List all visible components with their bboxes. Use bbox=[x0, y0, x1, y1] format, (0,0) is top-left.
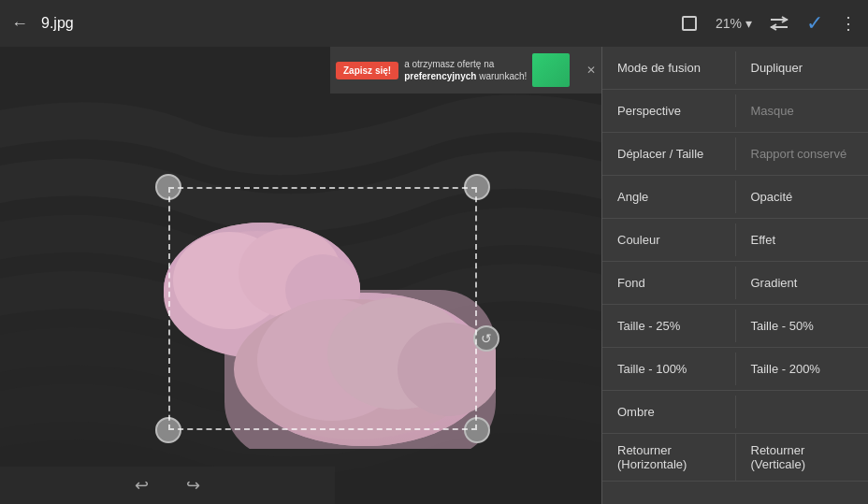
ad-image bbox=[532, 53, 570, 87]
panel-cell-left-9[interactable]: Retourner (Horizontale) bbox=[602, 434, 736, 481]
more-menu-icon[interactable]: ⋮ bbox=[840, 13, 857, 34]
zoom-value: 21% bbox=[716, 16, 742, 31]
panel-cell-left-8[interactable]: Ombre bbox=[602, 396, 736, 428]
ad-cta-button[interactable]: Zapisz się! bbox=[336, 62, 398, 79]
main-content: ↩ ↪ Zapisz się! a otrzymasz ofertę na pr… bbox=[0, 47, 868, 504]
bottom-bar: ↩ ↪ bbox=[0, 467, 335, 504]
panel-row-8: Ombre bbox=[602, 391, 868, 434]
panel-row-4: CouleurEffet bbox=[602, 219, 868, 262]
undo-button[interactable]: ↩ bbox=[135, 475, 149, 496]
ad-banner: Zapisz się! a otrzymasz ofertę na prefer… bbox=[330, 47, 601, 94]
zoom-dropdown-icon: ▾ bbox=[745, 16, 752, 31]
panel-row-9: Retourner (Horizontale)Retourner (Vertic… bbox=[602, 434, 868, 482]
panel-row-7: Taille - 100%Taille - 200% bbox=[602, 348, 868, 391]
panel-row-6: Taille - 25%Taille - 50% bbox=[602, 305, 868, 348]
panel-cell-left-3[interactable]: Angle bbox=[602, 180, 736, 213]
panel-cell-left-2[interactable]: Déplacer / Taille bbox=[602, 137, 736, 170]
svg-rect-0 bbox=[683, 17, 696, 30]
handle-rotate[interactable] bbox=[473, 325, 499, 352]
swap-icon[interactable] bbox=[769, 16, 789, 31]
panel-cell-left-4[interactable]: Couleur bbox=[602, 223, 736, 256]
panel-cell-left-1[interactable]: Perspective bbox=[602, 94, 736, 127]
panel-cell-right-7[interactable]: Taille - 200% bbox=[736, 353, 869, 385]
ad-close-button[interactable]: ✕ bbox=[586, 64, 596, 77]
panel-cell-left-5[interactable]: Fond bbox=[602, 266, 736, 299]
topbar-left: ← 9.jpg bbox=[11, 14, 669, 34]
panel-row-3: AngleOpacité bbox=[602, 176, 868, 219]
panel-cell-right-0[interactable]: Dupliquer bbox=[736, 51, 869, 84]
panel-cell-right-2[interactable]: Rapport conservé bbox=[736, 137, 869, 170]
panel-cell-right-9[interactable]: Retourner (Verticale) bbox=[736, 434, 869, 481]
confirm-button[interactable]: ✓ bbox=[806, 11, 823, 36]
panel-cell-left-7[interactable]: Taille - 100% bbox=[602, 353, 736, 385]
selection-box bbox=[168, 187, 477, 430]
panel-cell-right-3[interactable]: Opacité bbox=[736, 180, 869, 213]
panel-cell-right-8[interactable] bbox=[736, 403, 869, 422]
ad-text: a otrzymasz ofertę na preferencyjnych wa… bbox=[404, 58, 527, 82]
panel-cell-right-4[interactable]: Effet bbox=[736, 223, 869, 256]
properties-panel: Mode de fusionDupliquerPerspectiveMasque… bbox=[601, 47, 868, 504]
fullscreen-icon[interactable] bbox=[680, 14, 699, 33]
panel-cell-right-5[interactable]: Gradient bbox=[736, 266, 869, 299]
panel-row-5: FondGradient bbox=[602, 262, 868, 305]
panel-row-0: Mode de fusionDupliquer bbox=[602, 47, 868, 90]
file-title: 9.jpg bbox=[41, 15, 74, 32]
panel-cell-left-0[interactable]: Mode de fusion bbox=[602, 51, 736, 84]
panel-cell-right-1[interactable]: Masque bbox=[736, 94, 869, 127]
canvas-area[interactable]: ↩ ↪ Zapisz się! a otrzymasz ofertę na pr… bbox=[0, 47, 601, 504]
panel-row-1: PerspectiveMasque bbox=[602, 90, 868, 133]
back-button[interactable]: ← bbox=[11, 14, 28, 34]
cloud-container[interactable] bbox=[122, 140, 496, 449]
topbar-right: 21% ▾ ✓ ⋮ bbox=[680, 11, 857, 36]
zoom-control[interactable]: 21% ▾ bbox=[716, 16, 752, 31]
topbar: ← 9.jpg 21% ▾ ✓ ⋮ bbox=[0, 0, 868, 47]
panel-row-2: Déplacer / TailleRapport conservé bbox=[602, 133, 868, 176]
panel-cell-right-6[interactable]: Taille - 50% bbox=[736, 310, 869, 342]
panel-cell-left-6[interactable]: Taille - 25% bbox=[602, 310, 736, 342]
redo-button[interactable]: ↪ bbox=[186, 475, 200, 496]
